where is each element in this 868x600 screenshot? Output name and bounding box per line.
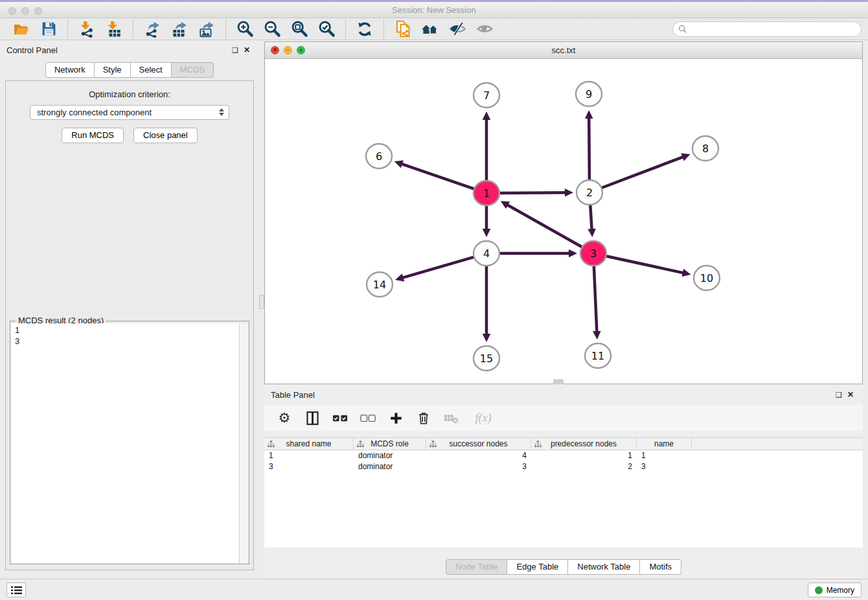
cell-name[interactable]: 3	[637, 461, 692, 472]
table-row[interactable]: 1 dominator 4 1 1	[264, 450, 863, 461]
cell-successor-nodes[interactable]: 4	[426, 450, 531, 461]
column-header-predecessor-nodes[interactable]: predecessor nodes	[531, 438, 637, 450]
close-panel-icon[interactable]: ✕	[241, 45, 253, 54]
close-table-panel-icon[interactable]: ✕	[845, 390, 856, 399]
network-canvas[interactable]: 7968124314101511	[265, 59, 862, 384]
graph-edge[interactable]	[499, 192, 566, 193]
graph-edge-arrowhead	[483, 111, 491, 120]
float-table-panel-icon[interactable]: ❑	[833, 391, 845, 399]
main-toolbar	[0, 18, 868, 40]
task-history-button[interactable]	[6, 583, 26, 597]
show-eye-icon	[476, 20, 494, 38]
refresh-button[interactable]	[351, 19, 378, 40]
graph-node-label: 8	[702, 143, 709, 155]
graph-edge[interactable]	[401, 164, 475, 189]
mcds-result-list[interactable]: 1 3	[11, 323, 239, 563]
tab-edge-table[interactable]: Edge Table	[507, 559, 568, 575]
float-panel-icon[interactable]: ❑	[229, 46, 241, 54]
delete-table-button[interactable]	[440, 408, 463, 428]
delete-column-button[interactable]	[413, 408, 435, 428]
table-row[interactable]: 3 dominator 3 2 3	[264, 461, 863, 472]
hide-selected-button[interactable]	[444, 19, 471, 40]
save-session-button[interactable]	[35, 19, 62, 40]
criterion-selected-value: strongly connected component	[37, 108, 152, 117]
zoom-out-icon	[264, 20, 281, 38]
cell-shared-name[interactable]: 3	[264, 461, 354, 472]
cell-predecessor-nodes[interactable]: 2	[531, 461, 637, 472]
network-window-titlebar[interactable]: ✕ − ＋ scc.txt	[265, 42, 862, 59]
column-header-mcds-role[interactable]: MCDS role	[354, 438, 426, 450]
network-close-button[interactable]: ✕	[271, 46, 279, 54]
select-all-checkboxes-icon	[332, 413, 348, 423]
columns-icon	[305, 411, 320, 426]
control-panel: Control Panel ❑ ✕ Network Style Select M…	[0, 40, 259, 579]
graph-edge[interactable]	[589, 117, 589, 180]
app-titlebar: Session: New Session	[0, 2, 868, 18]
tab-node-table[interactable]: Node Table	[446, 559, 508, 575]
graph-edge-arrowhead	[593, 331, 601, 340]
column-header-name[interactable]: name	[637, 438, 692, 450]
graph-edge[interactable]	[402, 257, 475, 278]
control-panel-title: Control Panel	[6, 45, 58, 55]
horizontal-splitter-grip[interactable]	[553, 379, 564, 384]
result-scrollbar[interactable]	[239, 323, 248, 563]
run-mcds-button[interactable]: Run MCDS	[62, 128, 124, 143]
tab-network[interactable]: Network	[45, 62, 95, 78]
tab-network-table[interactable]: Network Table	[568, 559, 640, 575]
app-title: Session: New Session	[0, 5, 868, 15]
new-network-from-selection-button[interactable]	[389, 19, 417, 40]
graph-edge-arrowhead	[569, 249, 577, 258]
tab-mcds[interactable]: MCDS	[172, 62, 214, 78]
show-all-button[interactable]	[471, 19, 498, 40]
cell-mcds-role[interactable]: dominator	[354, 461, 426, 472]
apply-function-button[interactable]: f(x)	[468, 408, 498, 428]
deselect-all-rows-button[interactable]	[357, 408, 379, 428]
toolbar-separator	[67, 19, 68, 39]
export-network-button[interactable]	[139, 19, 166, 40]
close-panel-button[interactable]: Close panel	[133, 128, 198, 143]
column-label: predecessor nodes	[551, 439, 617, 448]
delete-table-icon	[444, 412, 459, 424]
cell-successor-nodes[interactable]: 3	[426, 461, 531, 472]
export-image-button[interactable]	[193, 19, 220, 40]
vertical-splitter-grip[interactable]	[259, 295, 264, 309]
cell-shared-name[interactable]: 1	[264, 450, 354, 461]
export-table-icon	[171, 21, 188, 38]
graph-node-label: 9	[586, 88, 592, 100]
memory-button[interactable]: Memory	[808, 583, 862, 597]
table-options-button[interactable]: ⚙	[273, 408, 295, 428]
graph-edge[interactable]	[590, 205, 591, 230]
tab-style[interactable]: Style	[95, 62, 131, 78]
export-table-button[interactable]	[166, 19, 193, 40]
criterion-select[interactable]: strongly connected component	[30, 105, 229, 120]
zoom-in-button[interactable]	[231, 19, 258, 40]
import-network-button[interactable]	[73, 19, 100, 40]
first-neighbors-button[interactable]	[417, 19, 444, 40]
graph-edge[interactable]	[606, 256, 684, 273]
cell-mcds-role[interactable]: dominator	[354, 450, 426, 461]
cell-predecessor-nodes[interactable]: 1	[531, 450, 637, 461]
cell-name[interactable]: 1	[637, 450, 692, 461]
graph-edge[interactable]	[507, 205, 582, 248]
column-label: MCDS role	[371, 439, 409, 448]
show-columns-button[interactable]	[301, 408, 323, 428]
search-input[interactable]	[691, 25, 856, 34]
add-column-button[interactable]	[385, 408, 407, 428]
zoom-out-button[interactable]	[258, 19, 286, 40]
network-minimize-button[interactable]: −	[284, 46, 292, 54]
column-header-successor-nodes[interactable]: successor nodes	[426, 438, 531, 450]
select-all-rows-button[interactable]	[329, 408, 351, 428]
network-maximize-button[interactable]: ＋	[297, 46, 305, 54]
zoom-fit-button[interactable]	[286, 19, 313, 40]
import-table-button[interactable]	[100, 19, 128, 40]
open-session-button[interactable]	[8, 19, 35, 40]
zoom-selected-button[interactable]	[313, 19, 340, 40]
graph-edge[interactable]	[601, 157, 684, 188]
graph-node-label: 10	[700, 272, 713, 284]
export-image-icon	[198, 21, 215, 38]
network-view-window: ✕ − ＋ scc.txt 7968124314101511	[264, 41, 863, 384]
graph-edge[interactable]	[594, 266, 597, 332]
tab-select[interactable]: Select	[131, 62, 172, 78]
column-header-shared-name[interactable]: shared name	[264, 438, 354, 450]
tab-motifs[interactable]: Motifs	[640, 559, 681, 575]
